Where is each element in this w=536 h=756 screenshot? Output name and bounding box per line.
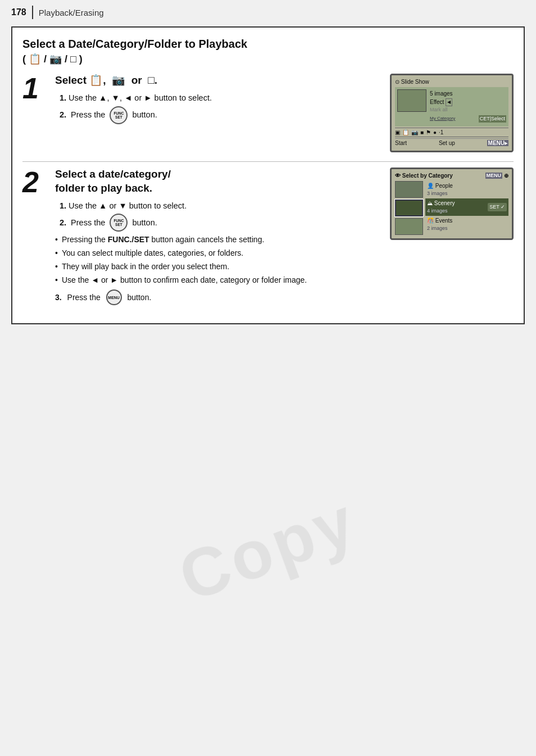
- step-2-content: Select a date/category/folder to play ba…: [55, 168, 382, 305]
- cet-select-badge: CET|Select: [479, 115, 506, 123]
- func-set-button-1: FUNCSET: [110, 106, 128, 124]
- watermark: Copy: [169, 481, 367, 616]
- step-2-number: 2: [22, 168, 47, 197]
- step-1-instructions: 1. Use the ▲, ▼, ◄ or ► button to select…: [55, 91, 382, 124]
- lcd2-title-row: 👁 Select by Category MENU ⊕: [395, 173, 508, 179]
- lcd2-item-people: 👤 People 3 images: [425, 181, 508, 198]
- section-title: Playback/Erasing: [39, 8, 104, 17]
- step-2-title: Select a date/category/folder to play ba…: [55, 168, 382, 195]
- step-2-instructions: 1. Use the ▲ or ▼ button to select. 2. P…: [55, 199, 382, 306]
- bullet-3: They will play back in the order you sel…: [55, 261, 382, 273]
- lcd-icons-bar: ▣ 📋 📷 ■ ⚑ ● ·1: [395, 128, 508, 137]
- bullet-1: Pressing the FUNC./SET button again canc…: [55, 234, 382, 246]
- lcd2-thumb-scenery: [395, 200, 423, 216]
- func-set-button-2: FUNCSET: [110, 214, 128, 232]
- icon-flag: ⚑: [426, 129, 431, 135]
- lcd-screen-2: 👁 Select by Category MENU ⊕: [390, 168, 514, 240]
- icon-folder: ▣: [395, 129, 400, 135]
- lcd2-item-events: 🎊 Events 2 images: [425, 216, 508, 233]
- lcd-screen-1: ⊙ Slide Show 5 images Effect ◀ Mark all …: [390, 74, 514, 152]
- lcd2-content: 👤 People 3 images ⛰ Scenery 4 images SET…: [395, 181, 508, 235]
- bullet-4: Use the ◄ or ► button to confirm each da…: [55, 274, 382, 286]
- step-1-content: Select 📋, 📷 or □. 1. Use the ▲, ▼, ◄ or …: [55, 74, 382, 124]
- lcd2-thumb-people: [395, 181, 423, 198]
- icon-square: ■: [420, 129, 424, 135]
- bullet-2: You can select multiple dates, categorie…: [55, 247, 382, 259]
- lcd-thumbnail-1: [397, 89, 426, 112]
- step-2-lcd-image: 👁 Select by Category MENU ⊕: [390, 168, 514, 240]
- icon-grid: 📋: [402, 129, 409, 135]
- set-badge: SET ✓: [488, 203, 507, 211]
- icon-dot1: ·1: [439, 129, 443, 135]
- header-divider: [32, 6, 33, 19]
- icon-camera: 📷: [411, 129, 418, 135]
- icon-circle: ●: [433, 129, 437, 135]
- lcd2-thumb-events: [395, 218, 423, 235]
- step-1-lcd-image: ⊙ Slide Show 5 images Effect ◀ Mark all …: [390, 74, 514, 152]
- lcd2-item-scenery: ⛰ Scenery 4 images SET ✓: [425, 198, 508, 216]
- step-2-bullets: Pressing the FUNC./SET button again canc…: [55, 234, 382, 286]
- step-1-title: Select 📋, 📷 or □.: [55, 74, 382, 88]
- step-1-number: 1: [22, 74, 47, 103]
- box-title: Select a Date/Category/Folder to Playbac…: [22, 37, 514, 66]
- step-3-row: 3. Press the MENU button.: [55, 289, 382, 305]
- step-divider: [22, 161, 514, 162]
- lcd2-list: 👤 People 3 images ⛰ Scenery 4 images SET…: [425, 181, 508, 235]
- page-number: 178: [11, 7, 26, 17]
- main-content-box: Select a Date/Category/Folder to Playbac…: [11, 26, 525, 324]
- step-1: 1 Select 📋, 📷 or □. 1. Use the ▲, ▼, ◄ o…: [22, 74, 514, 152]
- menu-button: MENU: [106, 289, 122, 305]
- lcd-info-1: 5 images Effect ◀ Mark all My Category C…: [430, 89, 506, 123]
- page-header: 178 Playback/Erasing: [0, 0, 536, 22]
- step-2: 2 Select a date/category/folder to play …: [22, 168, 514, 305]
- lcd-menu-row: Start Set up MENU▸: [395, 138, 508, 147]
